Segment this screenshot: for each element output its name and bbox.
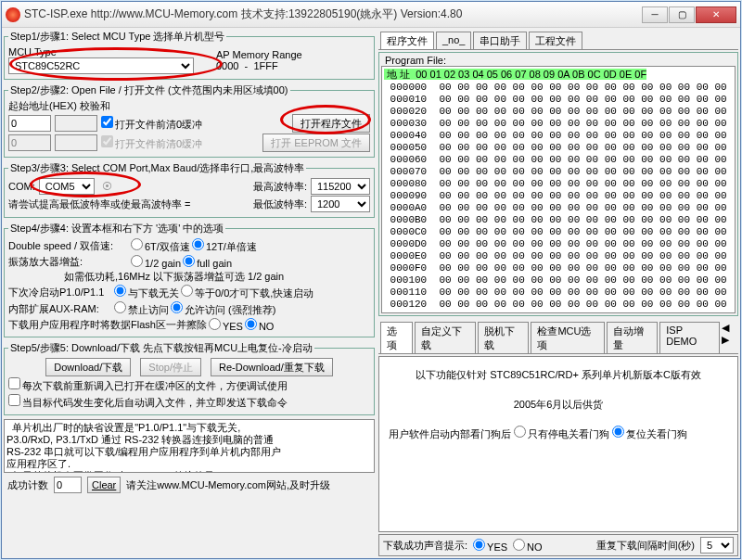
sound-label: 下载成功声音提示:: [383, 539, 467, 553]
hex-viewer[interactable]: 地 址 00 01 02 03 04 05 06 07 08 09 0A 0B …: [381, 66, 736, 313]
interval-label: 重复下载间隔时间(秒): [596, 539, 695, 553]
tab-5[interactable]: ISP DEMO: [659, 322, 720, 353]
minbaud-label: 最低波特率:: [253, 197, 307, 211]
success-label: 成功计数: [7, 478, 48, 492]
sound-no[interactable]: [513, 539, 525, 551]
boot-zero[interactable]: [181, 285, 193, 297]
options-panel: 以下功能仅针对 STC89C51RC/RD+ 系列单片机新版本C版有效 2005…: [378, 356, 738, 532]
com-indicator: ⦿: [102, 181, 112, 192]
tab-scroll[interactable]: ◀ ▶: [722, 322, 738, 353]
programfile-label: Program File:: [381, 55, 736, 66]
ds-6t[interactable]: [131, 238, 143, 250]
clear-buf-1[interactable]: [101, 116, 113, 128]
step3-legend: Step3/步骤3: Select COM Port,Max Baud/选择串行…: [8, 161, 306, 175]
step4-legend: Step4/步骤4: 设置本框和右下方 '选项' 中的选项: [8, 222, 225, 235]
mem-from: 0000: [216, 60, 238, 71]
step2-legend: Step2/步骤2: Open File / 打开文件 (文件范围内未用区域填0…: [8, 83, 290, 97]
info-textbox[interactable]: 单片机出厂时的缺省设置是"P1.0/P1.1"与下载无关, P3.0/RxD, …: [4, 419, 375, 473]
mcu-type-label: MCU Type: [8, 46, 194, 57]
redownload-button[interactable]: Re-Download/重复下载: [211, 358, 333, 376]
tab-1[interactable]: 自定义下载: [415, 322, 476, 353]
aux-yes[interactable]: [171, 301, 183, 313]
checksum2: [55, 134, 97, 151]
reload-file-chk[interactable]: [8, 377, 20, 389]
tab-4[interactable]: 自动增量: [607, 322, 659, 353]
com-select[interactable]: COM5: [39, 178, 95, 195]
step2-panel: Step2/步骤2: Open File / 打开文件 (文件范围内未用区域填0…: [4, 83, 375, 158]
erase-no[interactable]: [245, 318, 257, 330]
aux-label: 内部扩展AUX-RAM:: [8, 302, 112, 316]
checksum1: [55, 115, 97, 132]
step1-panel: Step1/步骤1: Select MCU Type 选择单片机型号 MCU T…: [4, 30, 375, 80]
step3-panel: Step3/步骤3: Select COM Port,Max Baud/选择串行…: [4, 161, 375, 218]
com-label: COM:: [8, 181, 35, 192]
ap-mem-label: AP Memory Range: [216, 49, 302, 60]
download-button[interactable]: Download/下载: [45, 358, 131, 376]
tab-串口助手[interactable]: 串口助手: [473, 32, 527, 49]
gain-note: 如需低功耗,16MHz 以下振荡器增益可选 1/2 gain: [64, 270, 370, 284]
clear-buf-2: [101, 135, 113, 147]
ds-12t[interactable]: [192, 238, 204, 250]
mcu-type-select[interactable]: STC89C52RC: [8, 57, 194, 74]
wdt-reset[interactable]: [612, 426, 624, 438]
step5-legend: Step5/步骤5: Download/下载 先点下载按钮再MCU上电复位-冷启…: [8, 341, 314, 355]
addr1-input[interactable]: [8, 115, 51, 132]
tab-_no_[interactable]: _no_: [436, 32, 471, 49]
wdt-stop[interactable]: [514, 426, 526, 438]
tab-2[interactable]: 脱机下载: [478, 322, 530, 353]
tab-3[interactable]: 检查MCU选项: [531, 322, 604, 353]
maxbaud-select[interactable]: 115200: [311, 178, 370, 195]
success-count[interactable]: [54, 477, 82, 493]
wdt-label: 用户软件启动内部看门狗后: [389, 428, 511, 439]
sound-yes[interactable]: [473, 539, 485, 551]
step2-addrlabel: 起始地址(HEX) 校验和: [8, 99, 370, 113]
tab-程序文件[interactable]: 程序文件: [380, 32, 434, 49]
minimize-button[interactable]: ─: [642, 6, 668, 23]
gain-half[interactable]: [131, 255, 143, 267]
doublespeed-label: Double speed / 双倍速:: [8, 239, 129, 253]
stop-button: Stop/停止: [140, 358, 201, 376]
open-eeprom-file-button: 打开 EEPROM 文件: [262, 134, 370, 152]
window-title: STC-ISP.exe http://www.MCU-Memory.com 技术…: [24, 6, 642, 22]
app-icon: [6, 7, 20, 22]
boot-label: 下次冷启动P1.0/P1.1: [8, 286, 112, 299]
gain-full[interactable]: [183, 255, 195, 267]
mem-to: 1FFF: [253, 60, 277, 71]
mid-tabstrip: 选项自定义下载脱机下载检查MCU选项自动增量ISP DEMO◀ ▶: [378, 320, 738, 354]
tab-工程文件[interactable]: 工程文件: [529, 32, 582, 49]
open-program-file-button[interactable]: 打开程序文件: [292, 114, 370, 133]
addr2-input[interactable]: [8, 134, 51, 151]
close-button[interactable]: ✕: [696, 6, 736, 23]
clear-button[interactable]: Clear: [87, 477, 121, 493]
tab-0[interactable]: 选项: [380, 322, 413, 353]
erase-label: 下载用户应用程序时将数据Flash区一并擦除: [8, 318, 207, 332]
success-note: 请关注www.MCU-Memory.com网站,及时升级: [126, 478, 330, 492]
options-line1: 以下功能仅针对 STC89C51RC/RD+ 系列单片机新版本C版有效: [383, 364, 734, 385]
options-line2: 2005年6月以后供货: [383, 394, 734, 414]
maximize-button[interactable]: ▢: [669, 6, 695, 23]
step1-legend: Step1/步骤1: Select MCU Type 选择单片机型号: [8, 30, 226, 44]
step4-panel: Step4/步骤4: 设置本框和右下方 '选项' 中的选项 Double spe…: [4, 222, 375, 337]
baud-note: 请尝试提高最低波特率或使最高波特率 =: [8, 197, 190, 211]
titlebar: STC-ISP.exe http://www.MCU-Memory.com 技术…: [2, 2, 740, 28]
step5-panel: Step5/步骤5: Download/下载 先点下载按钮再MCU上电复位-冷启…: [4, 341, 375, 415]
gain-label: 振荡放大器增益:: [8, 255, 129, 269]
interval-select[interactable]: 5: [700, 537, 734, 554]
aux-no[interactable]: [114, 301, 126, 313]
top-tabstrip: 程序文件_no_串口助手工程文件: [378, 30, 738, 50]
erase-yes[interactable]: [209, 318, 221, 330]
auto-reload-chk[interactable]: [8, 394, 20, 406]
maxbaud-label: 最高波特率:: [253, 180, 307, 194]
minbaud-select[interactable]: 1200: [311, 196, 370, 212]
boot-ignore[interactable]: [114, 285, 126, 297]
